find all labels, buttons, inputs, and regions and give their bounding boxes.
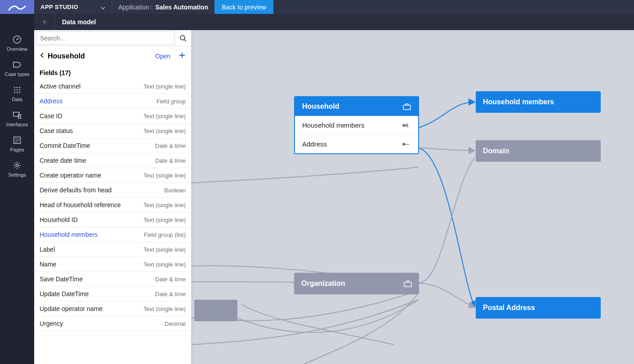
field-type: Text (single line)	[143, 246, 186, 253]
field-name: Head of household reference	[40, 201, 121, 209]
open-link[interactable]: Open	[155, 53, 170, 60]
plus-icon	[179, 52, 186, 59]
node-organization[interactable]: Organization	[294, 273, 419, 294]
field-row[interactable]: Commit DateTimeDate & time	[34, 138, 191, 153]
svg-rect-20	[403, 105, 411, 110]
field-type: Field group (list)	[144, 231, 186, 238]
logo	[0, 0, 34, 14]
briefcase-icon	[403, 103, 411, 110]
search-button[interactable]	[175, 35, 191, 42]
svg-point-17	[16, 164, 18, 167]
household-card[interactable]: Household Household members Address	[294, 96, 419, 154]
sidebar-item-pages[interactable]: Pages	[0, 131, 34, 156]
sidebar-item-settings[interactable]: Settings	[0, 156, 34, 181]
svg-point-21	[402, 124, 405, 127]
sidebar-item-case-types[interactable]: Case types	[0, 55, 34, 80]
chevron-left-icon	[40, 52, 44, 58]
field-type: Text (single line)	[143, 113, 186, 120]
add-field-button[interactable]	[179, 51, 186, 61]
node-postal-address[interactable]: Postal Address	[476, 297, 601, 319]
svg-point-8	[14, 92, 15, 93]
breadcrumb-back-button[interactable]	[34, 14, 55, 30]
field-row[interactable]: Derive defaults from headBoolean	[34, 183, 191, 198]
app-title-text: APP STUDIO	[40, 4, 78, 10]
field-type: Text (single line)	[143, 306, 186, 312]
field-row[interactable]: NameText (single line)	[34, 257, 191, 272]
node-domain[interactable]: Domain	[476, 140, 601, 162]
field-row[interactable]: Update DateTimeDate & time	[34, 287, 191, 302]
entity-panel: Household Open Fields (17) Active channe…	[34, 30, 192, 364]
field-type: Text (single line)	[143, 261, 186, 268]
field-name: Name	[40, 261, 56, 268]
field-type: Date & time	[155, 142, 186, 149]
field-name: Update DateTime	[40, 290, 89, 297]
svg-point-3	[17, 87, 18, 88]
application-prefix: Application :	[118, 4, 152, 11]
node-partial-left[interactable]	[194, 300, 237, 321]
svg-point-2	[14, 87, 15, 88]
field-row[interactable]: Save DateTimeDate & time	[34, 272, 191, 287]
app-title[interactable]: APP STUDIO	[34, 4, 112, 10]
field-name: Household ID	[40, 216, 78, 223]
svg-line-19	[184, 40, 186, 41]
field-name: Create date time	[40, 157, 86, 164]
field-row[interactable]: Case statusText (single line)	[34, 124, 191, 138]
field-row[interactable]: Update operator nameText (single line)	[34, 302, 191, 316]
field-type: Date & time	[155, 291, 186, 297]
grid-icon	[12, 85, 22, 95]
gear-icon	[12, 160, 22, 170]
svg-point-5	[14, 89, 15, 91]
many-relation-icon	[402, 122, 411, 129]
field-name: Derive defaults from head	[40, 186, 112, 194]
field-type: Boolean	[164, 187, 186, 194]
field-type: Text (single line)	[143, 128, 186, 134]
field-type: Text (single line)	[143, 172, 186, 179]
field-row[interactable]: Household IDText (single line)	[34, 213, 191, 227]
field-row[interactable]: Head of household referenceText (single …	[34, 198, 191, 213]
household-row-address[interactable]: Address	[295, 135, 418, 153]
search-input[interactable]	[36, 31, 175, 45]
svg-point-9	[17, 92, 18, 93]
panel-header: Household Open	[34, 46, 191, 66]
field-type: Field group	[156, 98, 186, 105]
household-row-members[interactable]: Household members	[295, 116, 418, 135]
fields-header: Fields (17)	[34, 66, 191, 79]
field-name: Create operator name	[40, 172, 101, 179]
back-to-preview-button[interactable]: Back to preview	[214, 0, 273, 14]
search-icon	[179, 35, 187, 42]
chevron-down-icon	[101, 5, 105, 9]
application-label: Application : Sales Automation	[112, 0, 214, 14]
field-name: Update operator name	[40, 305, 103, 312]
data-model-canvas[interactable]: Household Household members Address Hous…	[192, 30, 634, 364]
tag-icon	[12, 60, 22, 70]
sidebar-item-data[interactable]: Data	[0, 80, 34, 106]
fields-list: Active channelText (single line)AddressF…	[34, 79, 191, 364]
field-row[interactable]: AddressField group	[34, 94, 191, 109]
field-type: Date & time	[155, 276, 186, 283]
svg-rect-13	[14, 137, 21, 144]
one-relation-icon	[402, 141, 411, 147]
field-row[interactable]: LabelText (single line)	[34, 242, 191, 257]
field-row[interactable]: Case IDText (single line)	[34, 109, 191, 124]
devices-icon	[12, 110, 22, 120]
field-row[interactable]: Create operator nameText (single line)	[34, 168, 191, 183]
svg-point-10	[19, 92, 20, 93]
field-name: Commit DateTime	[40, 142, 90, 149]
field-row[interactable]: Active channelText (single line)	[34, 79, 191, 94]
field-type: Decimal	[165, 320, 186, 327]
field-type: Text (single line)	[143, 217, 186, 223]
panel-back-button[interactable]	[40, 52, 44, 60]
breadcrumb-title: Data model	[55, 18, 103, 26]
field-name: Save DateTime	[40, 275, 83, 283]
node-household-members[interactable]: Household members	[476, 91, 601, 113]
svg-point-18	[180, 36, 185, 40]
field-row[interactable]: Create date timeDate & time	[34, 153, 191, 168]
svg-point-4	[19, 87, 20, 88]
field-row[interactable]: UrgencyDecimal	[34, 316, 191, 331]
field-row[interactable]: Household membersField group (list)	[34, 227, 191, 242]
field-type: Text (single line)	[143, 83, 186, 90]
svg-point-6	[17, 89, 18, 91]
sidebar-item-interfaces[interactable]: Interfaces	[0, 106, 34, 131]
panel-title: Household	[48, 52, 152, 60]
sidebar-item-overview[interactable]: Overview	[0, 30, 34, 55]
